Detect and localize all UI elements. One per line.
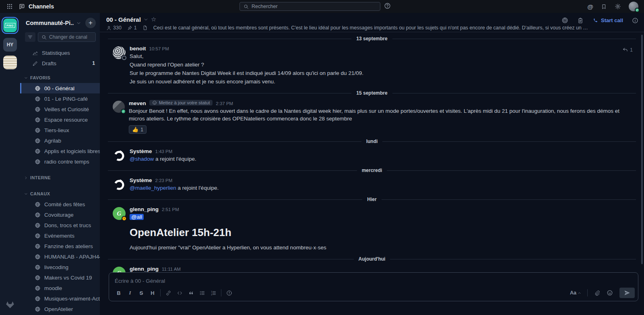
avatar[interactable]: G bbox=[113, 267, 126, 272]
channel-files[interactable] bbox=[142, 25, 148, 31]
channel-switcher-input[interactable] bbox=[49, 34, 92, 40]
channel-info-icon[interactable] bbox=[632, 17, 638, 24]
start-call-button[interactable]: Start call bbox=[592, 17, 623, 23]
channel-name: Makers vs Covid 19 bbox=[44, 275, 92, 281]
message-glenn-yesterday: G glenn_ping 2:51 PM @all OpenAtelier 15… bbox=[100, 204, 644, 253]
messages-scrollbar[interactable] bbox=[641, 35, 643, 264]
team-ping-selected[interactable]: PING bbox=[2, 17, 19, 34]
apps-grid-icon[interactable] bbox=[6, 3, 13, 10]
settings-gear-icon[interactable] bbox=[615, 3, 621, 10]
message-composer: B I S H 12 Aa bbox=[109, 272, 638, 301]
sidebar-channel-humanlab[interactable]: HUMANLAB - APAJH44 bbox=[20, 251, 100, 262]
sidebar-channel-livecoding[interactable]: livecoding bbox=[20, 262, 100, 272]
numbered-list-button[interactable]: 12 bbox=[208, 288, 219, 298]
username[interactable]: meven bbox=[129, 100, 146, 106]
add-channel-button[interactable]: + bbox=[85, 18, 96, 28]
saved-posts-icon[interactable] bbox=[601, 4, 607, 10]
sidebar-channel-moodle[interactable]: moodle bbox=[20, 283, 100, 293]
italic-button[interactable]: I bbox=[124, 288, 136, 298]
playbooks-icon[interactable] bbox=[561, 17, 568, 24]
avatar[interactable]: ✓ bbox=[113, 101, 125, 113]
help-icon[interactable] bbox=[384, 2, 391, 9]
sidebar-channel-tiers-lieux[interactable]: Tiers-lieux bbox=[20, 125, 100, 135]
channel-name: Veilles et Curiosité bbox=[44, 106, 89, 112]
sidebar-channel-radio[interactable]: radio contre temps bbox=[20, 156, 100, 167]
username[interactable]: glenn_ping bbox=[130, 206, 159, 212]
online-status-badge: ✓ bbox=[635, 8, 640, 12]
channel-title[interactable]: 00 - Général bbox=[106, 16, 141, 23]
bold-button[interactable]: B bbox=[113, 288, 124, 298]
section-canaux[interactable]: CANAUX bbox=[20, 189, 100, 199]
reaction-thumbsup[interactable]: 👍 1 bbox=[129, 125, 147, 134]
globe-icon bbox=[35, 285, 41, 291]
user-avatar[interactable]: ✓ bbox=[629, 2, 638, 11]
team-hy[interactable]: HY bbox=[3, 38, 17, 52]
team-name-menu[interactable]: Communauté-Pi... bbox=[26, 20, 74, 26]
sidebar-channel-dons[interactable]: Dons, trocs et trucs bbox=[20, 220, 100, 230]
username[interactable]: glenn_ping bbox=[130, 266, 159, 272]
members-count[interactable]: 330 bbox=[106, 25, 122, 31]
sidebar-channel-applis[interactable]: Applis et logiciels libres bbox=[20, 146, 100, 156]
svg-text:1: 1 bbox=[211, 290, 212, 292]
sidebar-channel-00-general[interactable]: 00 - Général bbox=[20, 83, 100, 93]
quote-button[interactable] bbox=[185, 288, 196, 298]
avatar[interactable]: G bbox=[113, 207, 126, 220]
chevron-down-icon[interactable] bbox=[144, 17, 148, 22]
sidebar-item-statistiques[interactable]: Statistiques bbox=[20, 48, 100, 58]
fox-logo-icon bbox=[0, 300, 20, 310]
date-divider: Hier bbox=[108, 197, 636, 202]
message-list: 13 septembre benoit 10:57 PM Salut, Quan… bbox=[100, 32, 644, 272]
code-button[interactable] bbox=[174, 288, 185, 298]
send-button[interactable] bbox=[619, 288, 635, 298]
mention-link[interactable]: @maelle_hyperlien bbox=[130, 185, 176, 191]
sidebar-channel-ping-cafe[interactable]: 01 - Le PiNG-café bbox=[20, 93, 100, 104]
strikethrough-button[interactable]: S bbox=[136, 288, 147, 298]
section-interne[interactable]: INTERNE bbox=[20, 172, 100, 183]
update-status-chip[interactable]: Mettez à jour votre statut bbox=[149, 100, 213, 106]
sidebar-channel-openatelier[interactable]: OpenAtelier bbox=[20, 304, 100, 314]
product-switcher[interactable]: Channels bbox=[19, 3, 54, 10]
username[interactable]: benoit bbox=[130, 46, 146, 52]
timestamp: 2:37 PM bbox=[216, 101, 233, 106]
team-ping-label: PING bbox=[6, 24, 14, 27]
mentions-icon[interactable]: @ bbox=[587, 3, 593, 10]
message-heading: OpenAtelier 15h-21h bbox=[130, 226, 634, 239]
sidebar-item-drafts[interactable]: Drafts 1 bbox=[20, 58, 100, 68]
mention-link[interactable]: @shadow bbox=[130, 156, 154, 162]
channel-switcher[interactable] bbox=[38, 32, 96, 42]
sidebar-channel-fanzine[interactable]: Fanzine des ateliers bbox=[20, 241, 100, 251]
section-favoris[interactable]: FAVORIS bbox=[20, 73, 100, 83]
emoji-picker-icon[interactable] bbox=[604, 288, 615, 298]
sidebar-channel-veilles[interactable]: Veilles et Curiosité bbox=[20, 104, 100, 114]
sidebar-channel-comite[interactable]: Comité des fêtes bbox=[20, 199, 100, 209]
attachment-paperclip-icon[interactable] bbox=[591, 288, 603, 298]
reply-count[interactable]: 1 bbox=[622, 47, 633, 53]
sidebar-channel-espace-ressource[interactable]: Espace ressource bbox=[20, 114, 100, 125]
chevron-down-icon[interactable] bbox=[76, 21, 81, 25]
global-search[interactable] bbox=[239, 2, 380, 11]
team-image[interactable] bbox=[3, 56, 17, 69]
search-input[interactable] bbox=[252, 4, 376, 9]
sidebar-channel-agrilab[interactable]: Agrilab bbox=[20, 135, 100, 146]
heading-button[interactable]: H bbox=[147, 288, 158, 298]
svg-text:2: 2 bbox=[211, 293, 212, 295]
sidebar-channel-musiques[interactable]: Musiques-vraiment-Actu... bbox=[20, 293, 100, 304]
priority-button[interactable] bbox=[223, 288, 235, 298]
hide-formatting-button[interactable]: Aa bbox=[568, 289, 584, 297]
bullet-list-button[interactable] bbox=[196, 288, 208, 298]
link-button[interactable] bbox=[163, 288, 174, 298]
filter-icon[interactable] bbox=[25, 32, 35, 42]
avatar[interactable] bbox=[113, 46, 126, 59]
channel-description[interactable]: Ceci est le canal général, où tout les m… bbox=[153, 25, 588, 31]
message-text: Aujourd'hui premier "vrai" OpenAtelier a… bbox=[130, 244, 634, 251]
favorite-star-icon[interactable]: ☆ bbox=[151, 16, 156, 23]
message-input[interactable] bbox=[109, 273, 638, 286]
sidebar-channel-covoiturage[interactable]: Covoiturage bbox=[20, 209, 100, 220]
pinned-count[interactable]: 1 bbox=[127, 25, 137, 31]
sidebar-channel-makers[interactable]: Makers vs Covid 19 bbox=[20, 272, 100, 283]
mention-all[interactable]: @all bbox=[130, 214, 144, 220]
boards-icon[interactable] bbox=[577, 17, 584, 24]
search-icon bbox=[41, 35, 47, 40]
sidebar-channel-evenements[interactable]: Evénements bbox=[20, 230, 100, 241]
globe-icon bbox=[35, 85, 41, 91]
